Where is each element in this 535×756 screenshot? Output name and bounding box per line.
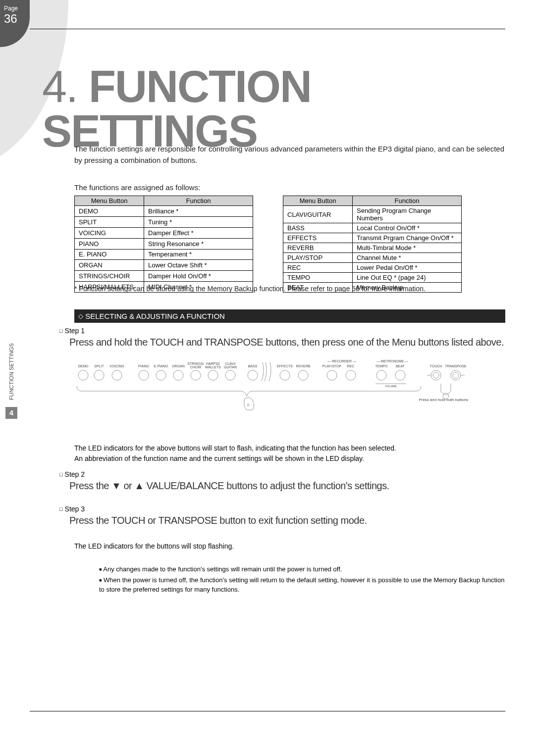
cell-menu: ORGAN	[75, 260, 144, 271]
cell-menu: VOICING	[75, 227, 144, 238]
cell-function: Damper Hold On/Off *	[144, 271, 253, 282]
svg-point-17	[431, 370, 441, 380]
cell-menu: REC	[283, 263, 353, 273]
function-tables: Menu Button Function DEMOBrilliance *SPL…	[74, 196, 505, 293]
step1-instruction: Press and hold the TOUCH and TRANSPOSE b…	[69, 337, 505, 348]
bottom-rule	[30, 711, 505, 711]
label-touch: TOUCH	[430, 364, 442, 368]
step3-followup: The LED indicators for the buttons will …	[74, 542, 234, 550]
cell-menu: EFFECTS	[283, 233, 353, 243]
table-row: SPLITTuning *	[75, 216, 253, 227]
th-menu: Menu Button	[75, 196, 144, 206]
after-diagram-1: The LED indicators for the above buttons…	[74, 443, 505, 454]
svg-point-13	[346, 370, 356, 380]
step2-instruction: Press the ▼ or ▲ VALUE/BALANCE buttons t…	[69, 480, 505, 492]
section-heading-bar: ◇ SELECTING & ADJUSTING A FUNCTION	[74, 309, 505, 323]
label-piano: PIANO	[138, 364, 149, 368]
function-table-right: Menu Button Function CLAVI/GUITARSending…	[283, 196, 462, 293]
cell-menu: PIANO	[75, 238, 144, 249]
svg-point-20	[451, 370, 461, 380]
label-epiano: E.PIANO	[154, 364, 168, 368]
section-heading: SELECTING & ADJUSTING A FUNCTION	[85, 312, 225, 320]
cell-function: Temperament *	[144, 249, 253, 260]
cell-function: String Resonance *	[144, 238, 253, 249]
top-rule	[30, 29, 505, 29]
vertical-section-label: FUNCTION SETTINGS	[7, 332, 16, 406]
table-row: ORGANLower Octave Shift *	[75, 260, 253, 271]
table-row: EFFECTSTransmit Prgram Change On/Off *	[283, 233, 462, 243]
step3-instruction: Press the TOUCH or TRANSPOSE button to e…	[69, 515, 505, 526]
table-row: TEMPOLine Out EQ * (page 24)	[283, 273, 462, 283]
th-function: Function	[144, 196, 253, 206]
svg-point-21	[453, 372, 459, 378]
svg-point-14	[376, 370, 386, 380]
label-reverb: REVERB	[296, 364, 311, 368]
table-row: BASSLocal Control On/Off *	[283, 223, 462, 233]
label-demo: DEMO	[78, 364, 89, 368]
assigned-heading: The functions are assigned as follows:	[74, 183, 200, 192]
svg-point-5	[173, 370, 183, 380]
label-beat: BEAT	[396, 364, 405, 368]
note-2: When the power is turned off, the functi…	[99, 576, 504, 594]
svg-point-1	[94, 370, 104, 380]
table-row: REVERBMulti-Timbral Mode *	[283, 243, 462, 253]
table-row: DEMOBrilliance *	[75, 206, 253, 217]
table-row: STRINGS/CHOIRDamper Hold On/Off *	[75, 271, 253, 282]
svg-point-8	[225, 370, 235, 380]
svg-point-10	[280, 370, 290, 380]
vertical-label-text: FUNCTION SETTINGS	[8, 343, 14, 400]
label-effects: EFFECTS	[277, 364, 293, 368]
step3-label: Step 3	[65, 505, 85, 513]
label-organ: ORGAN	[172, 364, 185, 368]
svg-point-9	[248, 370, 258, 380]
cell-function: Damper Effect *	[144, 227, 253, 238]
svg-point-2	[112, 370, 122, 380]
intro-paragraph: The function settings are responsible fo…	[74, 144, 505, 166]
cell-function: Channel Mute *	[353, 253, 462, 263]
svg-point-24	[247, 404, 249, 406]
cell-menu: E. PIANO	[75, 249, 144, 260]
label-clavi-bot: GUITAR	[224, 365, 237, 369]
table-row: PLAY/STOPChannel Mute *	[283, 253, 462, 263]
page-label: Page	[4, 5, 26, 12]
svg-point-7	[208, 370, 218, 380]
label-harpsi-top: HARPSI/	[206, 362, 220, 365]
table-row: RECLower Pedal On/Off *	[283, 263, 462, 273]
cell-menu: PLAY/STOP	[283, 253, 353, 263]
svg-point-11	[298, 370, 308, 380]
cell-function: Tuning *	[144, 216, 253, 227]
label-play: PLAY/STOP	[322, 364, 342, 368]
after-diagram-2: An abbreviation of the function name and…	[74, 454, 505, 464]
chapter-number: 4.	[42, 62, 77, 111]
diamond-icon: ◇	[78, 312, 83, 320]
cell-function: Brilliance *	[144, 206, 253, 217]
label-metronome: — METRONOME —	[376, 359, 408, 363]
svg-point-0	[78, 370, 88, 380]
backup-note: * Function settings can be stored using …	[74, 285, 505, 293]
cell-menu: DEMO	[75, 206, 144, 217]
label-voicing: VOICING	[109, 364, 124, 368]
chapter-title-text: FUNCTION SETTINGS	[42, 62, 311, 156]
label-bass: BASS	[248, 364, 258, 368]
cell-function: Lower Octave Shift *	[144, 260, 253, 271]
svg-point-18	[433, 372, 439, 378]
th-function: Function	[353, 196, 462, 206]
section-number-box: 4	[5, 407, 17, 419]
table-row: E. PIANOTemperament *	[75, 249, 253, 260]
cell-function: Multi-Timbral Mode *	[353, 243, 462, 253]
cell-function: Lower Pedal On/Off *	[353, 263, 462, 273]
svg-point-6	[191, 370, 201, 380]
label-clavi-top: CLAVI/	[225, 362, 236, 365]
panel-svg: DEMO SPLIT VOICING PIANO E.PIANO ORGAN S…	[74, 356, 505, 426]
svg-point-12	[327, 370, 337, 380]
table-row: VOICINGDamper Effect *	[75, 227, 253, 238]
after-diagram-text: The LED indicators for the above buttons…	[74, 443, 505, 464]
label-transpose: TRANSPOSE	[445, 364, 467, 368]
svg-point-4	[156, 370, 166, 380]
finger-icon	[244, 397, 254, 410]
label-rec: REC	[347, 364, 355, 368]
notes-block: ■ Any changes made to the function's set…	[99, 564, 505, 596]
cell-function: Local Control On/Off *	[353, 223, 462, 233]
panel-diagram: DEMO SPLIT VOICING PIANO E.PIANO ORGAN S…	[74, 356, 505, 426]
label-tempo: TEMPO	[375, 364, 388, 368]
